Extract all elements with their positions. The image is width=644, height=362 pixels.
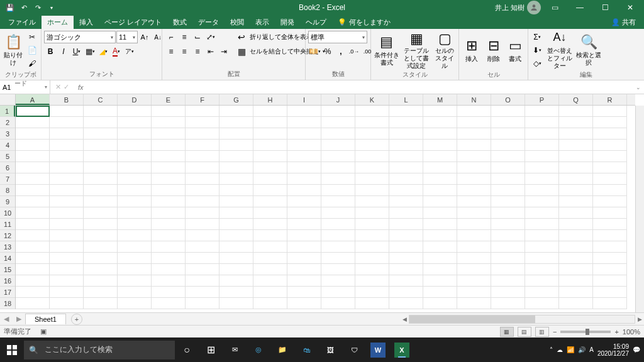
cell[interactable] [559, 207, 593, 219]
column-header[interactable]: K [355, 94, 389, 105]
cell[interactable] [355, 128, 389, 140]
tab-view[interactable]: 表示 [250, 16, 275, 29]
column-header[interactable]: P [525, 94, 559, 105]
maximize-icon[interactable]: ☐ [594, 0, 616, 15]
cell[interactable] [84, 128, 118, 140]
cell-styles-button[interactable]: ▢セルのスタイル [433, 31, 456, 70]
cell[interactable] [152, 298, 186, 309]
cell[interactable] [50, 151, 84, 162]
cell[interactable] [287, 151, 321, 162]
phonetic-icon[interactable]: ア▾ [123, 45, 136, 58]
cell[interactable] [287, 241, 321, 253]
cell[interactable] [559, 298, 593, 309]
cell[interactable] [321, 253, 355, 264]
cell[interactable] [16, 275, 50, 287]
cell[interactable] [355, 298, 389, 309]
cell[interactable] [321, 162, 355, 173]
cell[interactable] [321, 128, 355, 140]
grow-font-icon[interactable]: A↑ [138, 31, 151, 43]
cell[interactable] [253, 275, 287, 287]
cell[interactable] [423, 219, 457, 230]
cell[interactable] [16, 162, 50, 173]
cell[interactable] [152, 196, 186, 207]
cell[interactable] [186, 219, 219, 230]
ribbon-options-icon[interactable]: ▭ [543, 0, 566, 15]
cell[interactable] [84, 207, 118, 219]
cell[interactable] [423, 106, 457, 117]
cell[interactable] [152, 207, 186, 219]
cell[interactable] [253, 140, 287, 151]
cell[interactable] [287, 117, 321, 128]
cell[interactable] [186, 140, 219, 151]
cell[interactable] [423, 253, 457, 264]
cell[interactable] [186, 185, 219, 196]
column-header[interactable]: G [219, 94, 253, 105]
cell[interactable] [186, 128, 219, 140]
cell[interactable] [457, 264, 491, 275]
cell[interactable] [84, 117, 118, 128]
row-header[interactable]: 18 [0, 298, 15, 309]
decrease-indent-icon[interactable]: ⇤ [204, 45, 217, 58]
cell[interactable] [559, 106, 593, 117]
cell[interactable] [219, 219, 253, 230]
cell[interactable] [152, 253, 186, 264]
cell[interactable] [84, 185, 118, 196]
cell[interactable] [50, 185, 84, 196]
cell[interactable] [321, 117, 355, 128]
cell[interactable] [50, 287, 84, 298]
cell[interactable] [186, 173, 219, 185]
sheet-tab[interactable]: Sheet1 [25, 314, 66, 324]
tab-formulas[interactable]: 数式 [167, 16, 192, 29]
cell[interactable] [559, 162, 593, 173]
cell[interactable] [118, 162, 152, 173]
tray-ime-icon[interactable]: A [589, 346, 594, 353]
cell[interactable] [253, 128, 287, 140]
cell[interactable] [423, 287, 457, 298]
cell[interactable] [593, 207, 627, 219]
tray-wifi-icon[interactable]: 📶 [567, 346, 574, 353]
start-button[interactable] [0, 337, 24, 362]
cell[interactable] [457, 287, 491, 298]
cancel-formula-icon[interactable]: ✕ [55, 83, 61, 91]
qat-customize-icon[interactable]: ▾ [45, 1, 58, 14]
cell[interactable] [321, 106, 355, 117]
cell[interactable] [491, 196, 525, 207]
cell[interactable] [389, 185, 423, 196]
cell[interactable] [525, 140, 559, 151]
minimize-icon[interactable]: — [569, 0, 591, 15]
row-header[interactable]: 16 [0, 275, 15, 287]
app-explorer-icon[interactable]: 📁 [270, 337, 294, 362]
tab-nav-prev-icon[interactable]: ◀ [0, 315, 13, 323]
cell[interactable] [559, 230, 593, 241]
cell[interactable] [559, 241, 593, 253]
cell[interactable] [50, 117, 84, 128]
column-header[interactable]: C [84, 94, 118, 105]
find-select-button[interactable]: 🔍検索と選択 [576, 31, 601, 70]
column-header[interactable]: R [593, 94, 627, 105]
cell[interactable] [525, 151, 559, 162]
format-table-button[interactable]: ▦テーブルとして書式設定 [402, 31, 431, 70]
cell[interactable] [457, 230, 491, 241]
cell[interactable] [321, 196, 355, 207]
cell[interactable] [457, 106, 491, 117]
app-photos-icon[interactable]: 🖼 [318, 337, 342, 362]
cell[interactable] [84, 241, 118, 253]
cell[interactable] [186, 207, 219, 219]
zoom-slider[interactable] [560, 331, 611, 333]
app-security-icon[interactable]: 🛡 [342, 337, 366, 362]
cell[interactable] [321, 207, 355, 219]
cell[interactable] [186, 287, 219, 298]
cell[interactable] [219, 253, 253, 264]
cell[interactable] [355, 117, 389, 128]
cell[interactable] [491, 264, 525, 275]
cell[interactable] [84, 298, 118, 309]
cell[interactable] [50, 106, 84, 117]
comma-icon[interactable]: , [335, 45, 347, 58]
cell[interactable] [491, 230, 525, 241]
cell[interactable] [559, 173, 593, 185]
fill-color-icon[interactable]: ◢▾ [97, 45, 109, 58]
cell[interactable] [491, 219, 525, 230]
cell[interactable] [84, 151, 118, 162]
notifications-icon[interactable]: 💬 [633, 346, 640, 353]
column-header[interactable]: I [287, 94, 321, 105]
